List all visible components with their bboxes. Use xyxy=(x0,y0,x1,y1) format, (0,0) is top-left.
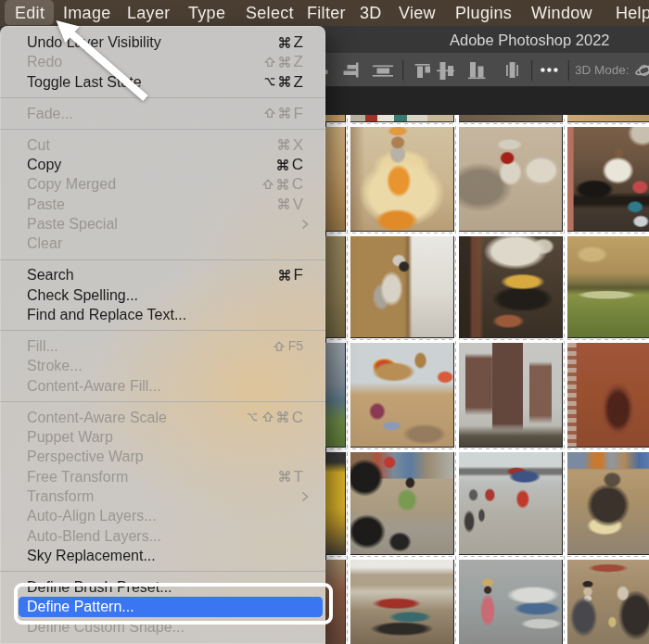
svg-text:3D Mode:: 3D Mode: xyxy=(575,63,630,77)
